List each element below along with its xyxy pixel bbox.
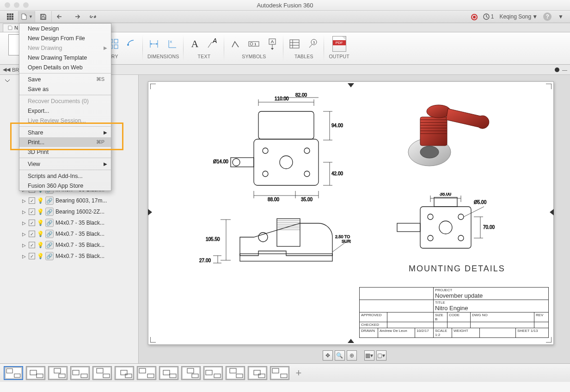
menu-view[interactable]: View▶ <box>19 159 111 169</box>
sheet-thumbnail[interactable] <box>159 366 178 380</box>
expand-icon[interactable]: ▷ <box>22 198 27 203</box>
lightbulb-icon[interactable]: 💡 <box>37 197 43 204</box>
ribbon-output-group: OUTPUT <box>324 32 354 64</box>
sheet-thumbnail[interactable] <box>70 366 90 380</box>
menu-scripts-addins[interactable]: Scripts and Add-Ins... <box>19 171 111 181</box>
sheet-thumbnail[interactable] <box>226 366 245 380</box>
visibility-checkbox[interactable] <box>29 231 35 237</box>
pan-icon[interactable]: ✥ <box>323 350 333 361</box>
datum-icon[interactable]: A <box>266 37 279 50</box>
add-sheet-button[interactable]: + <box>292 367 305 380</box>
tree-row[interactable]: ▷💡🔗M4x0.7 - 35 Black... <box>4 251 137 262</box>
menu-recover-documents[interactable]: Recover Documents (0) <box>19 96 111 106</box>
menu-new-drawing-template[interactable]: New Drawing Template <box>19 53 111 62</box>
menu-print[interactable]: Print...⌘P <box>19 137 111 147</box>
expand-icon[interactable]: ▷ <box>22 254 27 259</box>
expand-icon[interactable]: ▷ <box>22 232 27 237</box>
leader-icon[interactable]: A <box>207 37 220 50</box>
redo-button[interactable] <box>68 11 85 22</box>
ordinate-icon[interactable]: X <box>166 37 179 50</box>
sheet-thumbnail[interactable] <box>181 366 201 380</box>
tree-row[interactable]: ▷💡🔗Bearing 6003, 17m... <box>4 195 137 206</box>
menu-new-drawing[interactable]: New Drawing▶ <box>19 43 111 53</box>
zoom-icon[interactable]: 🔍 <box>335 350 345 361</box>
link-icon: 🔗 <box>45 208 54 216</box>
svg-rect-0 <box>7 13 9 15</box>
dot-toggle-icon[interactable] <box>555 67 559 72</box>
link-button[interactable] <box>85 11 102 22</box>
svg-point-44 <box>263 148 268 153</box>
balloon-icon[interactable]: 1 <box>306 37 319 50</box>
root-expand-icon[interactable] <box>4 77 10 83</box>
sheet-thumbnail[interactable] <box>270 366 289 380</box>
sheet-thumbnail[interactable] <box>248 366 267 380</box>
dimensions-label: DIMENSIONS <box>147 54 179 59</box>
table-icon[interactable] <box>288 37 301 50</box>
menu-app-store[interactable]: Fusion 360 App Store <box>19 181 111 190</box>
file-menu-button[interactable]: ▼ <box>18 11 35 22</box>
svg-text:42.00: 42.00 <box>331 171 343 176</box>
minus-icon[interactable]: — <box>562 67 567 73</box>
tree-row[interactable]: ▷💡🔗M4x0.7 - 35 Black... <box>4 228 137 239</box>
visibility-checkbox[interactable] <box>29 220 35 226</box>
display-settings-icon[interactable]: ▦▾ <box>364 350 374 361</box>
zoom-window-icon[interactable] <box>23 2 29 8</box>
undo-button[interactable] <box>52 11 68 22</box>
visibility-checkbox[interactable] <box>29 242 35 248</box>
tree-row[interactable]: ▷💡🔗M4x0.7 - 35 Black... <box>4 217 137 228</box>
sheet-thumbnail[interactable] <box>137 366 156 380</box>
menu-share[interactable]: Share▶ <box>19 128 111 137</box>
visibility-checkbox[interactable] <box>29 197 35 204</box>
collapse-left-icon[interactable]: ◀◀ <box>3 67 8 73</box>
save-button[interactable] <box>35 11 52 22</box>
minimize-window-icon[interactable] <box>14 2 19 8</box>
menu-save[interactable]: Save⌘S <box>19 74 111 84</box>
sheet-thumbnail[interactable] <box>92 366 112 380</box>
tree-row[interactable]: ▷💡🔗Bearing 16002-2Z... <box>4 206 137 217</box>
apps-grid-icon[interactable] <box>2 11 18 22</box>
pdf-icon[interactable] <box>332 36 346 52</box>
record-icon[interactable] <box>471 13 478 20</box>
sheet-thumbnail[interactable] <box>203 366 223 380</box>
menu-export[interactable]: Export... <box>19 106 111 116</box>
sheet-thumbnail[interactable] <box>26 366 45 380</box>
sheet-thumbnail[interactable] <box>4 366 23 380</box>
svg-text:105.50: 105.50 <box>206 237 220 242</box>
lightbulb-icon[interactable]: 💡 <box>37 231 43 237</box>
visibility-checkbox[interactable] <box>29 253 35 259</box>
svg-text:88.00: 88.00 <box>268 197 279 202</box>
tree-row[interactable]: ▷💡🔗M4x0.7 - 35 Black... <box>4 239 137 251</box>
visibility-checkbox[interactable] <box>29 208 35 215</box>
grid-settings-icon[interactable]: ▢▾ <box>376 350 386 361</box>
menu-new-design-from-file[interactable]: New Design From File <box>19 33 111 43</box>
sheet-thumbnail[interactable] <box>48 366 67 380</box>
lightbulb-icon[interactable]: 💡 <box>37 242 43 248</box>
user-menu[interactable]: Keqing Song▼ <box>499 13 538 20</box>
sheet-thumbnail[interactable] <box>115 366 134 380</box>
drawing-canvas[interactable]: 110.00 82.00 94.00 42.00 88.00 <box>139 75 570 363</box>
lightbulb-icon[interactable]: 💡 <box>37 220 43 226</box>
navigation-toolbar: ✥ 🔍 ⊕ ▦▾ ▢▾ <box>323 350 386 361</box>
svg-point-103 <box>428 214 433 220</box>
zoom-window-icon[interactable]: ⊕ <box>347 350 357 361</box>
text-icon[interactable]: A <box>188 37 201 50</box>
menu-3d-print[interactable]: 3D Print <box>19 147 111 157</box>
extensions-button[interactable]: 1 <box>483 13 494 20</box>
menu-live-review[interactable]: Live Review Session... <box>19 116 111 125</box>
expand-icon[interactable]: ▷ <box>22 220 27 226</box>
menu-save-as[interactable]: Save as <box>19 84 111 94</box>
menu-new-design[interactable]: New Design <box>19 24 111 33</box>
svg-point-30 <box>250 43 253 45</box>
close-window-icon[interactable] <box>5 2 10 8</box>
text-label: TEXT <box>198 54 211 59</box>
dimension-icon[interactable] <box>147 37 160 50</box>
edgeext-icon[interactable] <box>125 37 138 50</box>
expand-icon[interactable]: ▷ <box>22 243 27 248</box>
lightbulb-icon[interactable]: 💡 <box>37 253 43 259</box>
expand-icon[interactable]: ▷ <box>22 209 27 214</box>
surface-icon[interactable] <box>229 37 242 50</box>
fcf-icon[interactable]: 1 <box>247 37 260 50</box>
help-button[interactable]: ? <box>543 12 552 21</box>
lightbulb-icon[interactable]: 💡 <box>37 208 43 215</box>
menu-open-details-web[interactable]: Open Details on Web <box>19 62 111 72</box>
